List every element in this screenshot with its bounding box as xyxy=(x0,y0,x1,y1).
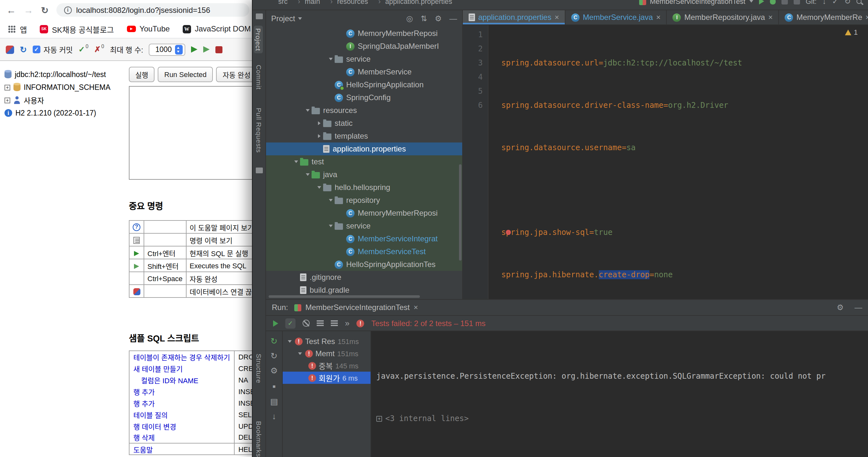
chevron-expanded-icon[interactable] xyxy=(292,155,300,168)
tree-item-application-properties[interactable]: application.properties xyxy=(266,142,462,155)
run-tab[interactable]: MemberServiceIntegrationTest xyxy=(294,303,418,312)
expand-plus-icon[interactable] xyxy=(4,84,10,90)
autocommit-checkbox[interactable]: 자동 커밋 xyxy=(33,44,73,55)
project-vertical-scrollbar[interactable] xyxy=(459,164,462,261)
tree-item-templates[interactable]: templates xyxy=(266,130,462,142)
sort-by-duration-icon[interactable] xyxy=(331,320,338,321)
rerun-button[interactable] xyxy=(273,320,278,326)
toolstrip-structure[interactable]: Structure xyxy=(255,354,263,383)
tree-item-springconfig[interactable]: SpringConfig xyxy=(266,91,462,104)
show-ignored-toggle[interactable] xyxy=(303,320,310,327)
toolstrip-bookmarks[interactable]: Bookmarks xyxy=(255,421,263,457)
gear-icon[interactable] xyxy=(435,15,442,23)
expand-fold-icon[interactable] xyxy=(376,416,382,422)
chevron-expanded-icon[interactable] xyxy=(303,168,312,181)
sample-link[interactable]: 도움말 xyxy=(129,443,234,455)
db-connection-node[interactable]: jdbc:h2:tcp://localhost/~/test xyxy=(4,68,127,81)
tree-item-service[interactable]: service xyxy=(266,53,462,65)
sample-link[interactable]: 테이블 질의 xyxy=(129,408,234,420)
tree-item-memberserviceintegrationtest[interactable]: MemberServiceIntegrat xyxy=(266,232,462,245)
gear-icon[interactable] xyxy=(837,304,844,311)
scroll-to-end-icon[interactable] xyxy=(272,412,276,421)
debug-button[interactable] xyxy=(770,0,776,4)
tab-application-properties[interactable]: application.properties xyxy=(463,10,565,24)
toolstrip-icon[interactable] xyxy=(256,168,263,173)
project-horizontal-scrollbar[interactable] xyxy=(269,295,420,298)
tree-item-test[interactable]: test xyxy=(266,155,462,168)
test-node-duplicate[interactable]: 중복145 ms xyxy=(283,360,371,372)
close-icon[interactable] xyxy=(865,13,868,22)
sample-link[interactable]: 행 데이터 변경 xyxy=(129,420,234,432)
editor-content[interactable]: spring.datasource.url=jdbc:h2:tcp://loca… xyxy=(489,25,868,299)
git-update-button[interactable] xyxy=(823,0,826,6)
tool-window-icon[interactable] xyxy=(256,13,263,19)
reload-button[interactable] xyxy=(41,5,49,15)
chevron-expanded-icon[interactable] xyxy=(315,181,323,194)
users-node[interactable]: 사용자 xyxy=(4,94,127,107)
test-settings-icon[interactable] xyxy=(270,367,278,375)
chevron-expanded-icon[interactable] xyxy=(303,104,312,117)
chevron-collapsed-icon[interactable] xyxy=(315,130,323,142)
hide-panel-icon[interactable] xyxy=(450,15,457,23)
clear-button[interactable] xyxy=(215,46,222,53)
sample-link[interactable]: 테이블이 존재하는 경우 삭제하기 xyxy=(129,351,234,362)
sample-link[interactable]: 행 추가 xyxy=(129,385,234,397)
tree-item-repository[interactable]: repository xyxy=(266,194,462,207)
back-button[interactable] xyxy=(6,5,16,15)
tree-item-memorymemberrepository-test[interactable]: MemoryMemberReposi xyxy=(266,207,462,220)
tree-item-springdatajpamember[interactable]: SpringDataJpaMemberI xyxy=(266,40,462,53)
bookmark-sk-blog[interactable]: SK채용 공식블로그 xyxy=(40,23,114,34)
rerun-icon[interactable] xyxy=(271,337,278,345)
maxrows-select[interactable]: 1000 xyxy=(149,43,185,56)
chevron-expanded-icon[interactable] xyxy=(326,194,335,207)
tree-item-hellospringapplicationtests[interactable]: HelloSpringApplicationTes xyxy=(266,258,462,271)
tree-item-memberservice[interactable]: MemberService xyxy=(266,65,462,78)
run-config-selector[interactable]: MemberServiceIntegrationTest xyxy=(639,0,753,5)
commit-icon[interactable] xyxy=(79,45,89,54)
git-rollback-button[interactable] xyxy=(844,0,851,6)
git-commit-button[interactable] xyxy=(832,0,838,6)
bookmark-apps[interactable]: 앱 xyxy=(8,23,27,34)
search-icon[interactable] xyxy=(857,0,862,4)
sample-link[interactable]: 행 추가 xyxy=(129,397,234,408)
breadcrumb-main[interactable]: main xyxy=(293,0,320,5)
profiler-button[interactable] xyxy=(794,0,800,4)
tree-item-static[interactable]: static xyxy=(266,117,462,130)
sample-link[interactable]: 행 삭제 xyxy=(129,432,234,443)
refresh-icon[interactable] xyxy=(20,44,27,55)
breadcrumb-resources[interactable]: resources xyxy=(326,0,368,5)
tree-item-java[interactable]: java xyxy=(266,168,462,181)
bookmark-jsdom[interactable]: JavaScript DOM xyxy=(183,24,251,33)
test-node-root[interactable]: Test Res151ms xyxy=(283,335,371,347)
chevron-expanded-icon[interactable] xyxy=(297,350,303,356)
toolstrip-commit[interactable]: Commit xyxy=(255,65,263,89)
chevron-expanded-icon[interactable] xyxy=(326,220,335,232)
code-editor[interactable]: 1 2 3 4 5 6 spring.datasource.url=jdbc:h… xyxy=(463,25,868,299)
sample-link[interactable]: 새 테이블 만들기 xyxy=(129,362,234,374)
expand-plus-icon[interactable] xyxy=(4,97,10,103)
test-console-output[interactable]: javax.persistence.PersistenceException: … xyxy=(371,331,868,457)
hide-panel-icon[interactable] xyxy=(855,304,862,311)
locate-file-icon[interactable] xyxy=(406,15,413,23)
forward-button[interactable] xyxy=(24,5,33,15)
run-button[interactable]: 실행 xyxy=(129,67,155,82)
tree-item-memberservicetest[interactable]: MemberServiceTest xyxy=(266,245,462,258)
tree-item-gitignore[interactable]: .gitignore xyxy=(266,271,462,284)
tree-item-build-gradle[interactable]: build.gradle xyxy=(266,284,462,296)
tree-item-memorymemberrepository[interactable]: MemoryMemberReposi xyxy=(266,27,462,40)
information-schema-node[interactable]: INFORMATION_SCHEMA xyxy=(4,81,127,94)
test-node-class[interactable]: Memt151ms xyxy=(283,347,371,360)
tab-memorymemberrepository[interactable]: MemoryMemberRe xyxy=(779,10,868,24)
snapshot-icon[interactable] xyxy=(270,397,278,406)
bookmark-youtube[interactable]: YouTube xyxy=(127,24,169,33)
close-icon[interactable] xyxy=(768,13,773,22)
collapse-all-icon[interactable] xyxy=(421,15,427,23)
tree-item-service-test[interactable]: service xyxy=(266,220,462,232)
close-icon[interactable] xyxy=(555,13,559,22)
chevron-collapsed-icon[interactable] xyxy=(315,117,323,130)
chevron-down-icon[interactable] xyxy=(299,17,302,20)
run-sql-button[interactable] xyxy=(191,46,197,53)
close-icon[interactable] xyxy=(656,13,661,22)
close-icon[interactable] xyxy=(413,303,418,312)
toolstrip-pull-requests[interactable]: Pull Requests xyxy=(255,108,263,153)
